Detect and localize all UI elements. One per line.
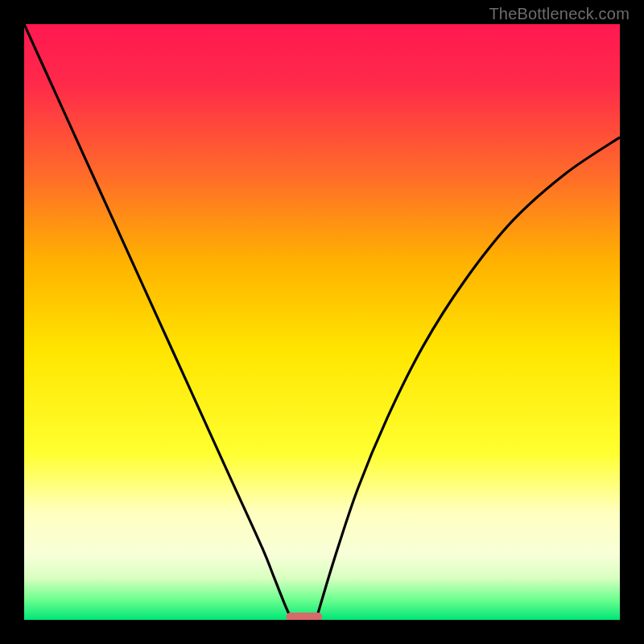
- bottleneck-marker: [287, 613, 322, 620]
- gradient-background: [24, 24, 620, 620]
- chart-svg: [24, 24, 620, 620]
- watermark-text: TheBottleneck.com: [489, 5, 630, 23]
- plot-area: [24, 24, 620, 620]
- chart-frame: TheBottleneck.com: [0, 0, 644, 644]
